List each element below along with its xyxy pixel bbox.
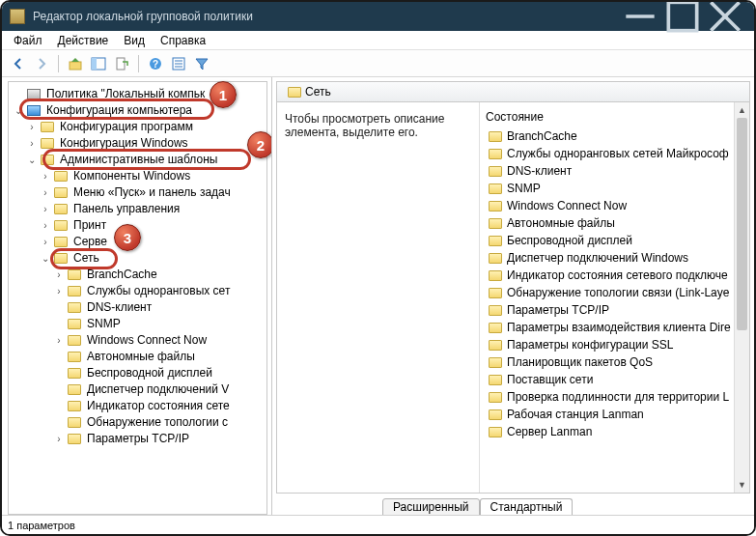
folder-item[interactable]: Параметры взаимодействия клиента Dire [486, 319, 749, 336]
tree-net-3[interactable]: SNMP [13, 316, 266, 332]
folder-icon [67, 367, 82, 381]
folder-icon [488, 164, 503, 178]
expand-icon[interactable]: › [53, 332, 65, 349]
vertical-scrollbar[interactable]: ▲ ▼ [734, 102, 749, 493]
tree-net-8[interactable]: Индикатор состояния сете [13, 398, 266, 414]
folder-label: Обнаружение топологии связи (Link-Laye [507, 284, 729, 301]
properties-button[interactable] [168, 53, 189, 74]
expand-icon[interactable]: ⌄ [13, 102, 24, 119]
folder-icon [488, 355, 503, 369]
folder-list-pane: Состояние BranchCacheСлужбы одноранговых… [480, 102, 749, 493]
tree-admin-1[interactable]: ›Меню «Пуск» и панель задач [13, 184, 266, 201]
tree-admin-3[interactable]: ›Принт [13, 217, 266, 234]
scroll-up-icon[interactable]: ▲ [735, 102, 749, 118]
tree-net-1[interactable]: ›Службы одноранговых сет [13, 283, 266, 299]
folder-icon [53, 219, 69, 233]
folder-item[interactable]: Windows Connect Now [486, 197, 749, 214]
tree-item-1[interactable]: ›Конфигурация Windows [13, 135, 266, 152]
expand-icon[interactable]: › [40, 184, 51, 201]
back-button[interactable] [8, 53, 29, 74]
up-button[interactable] [65, 53, 86, 74]
folder-icon [488, 390, 503, 404]
menu-file[interactable]: Файл [6, 32, 50, 49]
folder-label: Диспетчер подключений Windows [507, 249, 688, 267]
expand-icon[interactable]: › [40, 168, 51, 184]
folder-item[interactable]: Индикатор состояния сетевого подключе [486, 267, 749, 284]
tree-admin-2[interactable]: ›Панель управления [13, 201, 266, 217]
tree-net-4[interactable]: ›Windows Connect Now [13, 332, 266, 349]
expand-icon[interactable]: › [26, 119, 38, 135]
column-header[interactable]: Состояние [486, 108, 749, 127]
folder-item[interactable]: Беспроводной дисплей [486, 232, 749, 249]
folder-item[interactable]: Поставщик сети [486, 371, 749, 388]
tree-net-10[interactable]: ›Параметры TCP/IP [13, 431, 266, 447]
scroll-thumb[interactable] [737, 118, 747, 330]
expand-icon[interactable]: › [40, 201, 51, 217]
folder-item[interactable]: SNMP [486, 180, 749, 197]
show-tree-button[interactable] [88, 53, 109, 74]
svg-rect-6 [92, 58, 97, 70]
tree-admin-4[interactable]: ›Серве [13, 234, 266, 250]
tree-net-7[interactable]: Диспетчер подключений V [13, 381, 266, 398]
expand-icon[interactable]: › [40, 217, 51, 234]
tree-computer-config[interactable]: ⌄Конфигурация компьютера [13, 102, 266, 119]
menu-view[interactable]: Вид [116, 32, 153, 49]
folder-item[interactable]: DNS-клиент [486, 162, 749, 180]
folder-label: Поставщик сети [507, 371, 593, 388]
folder-icon [67, 318, 82, 331]
help-button[interactable]: ? [145, 53, 166, 74]
panel-header: Сеть [276, 81, 750, 102]
folder-item[interactable]: Службы одноранговых сетей Майкрософ [486, 145, 749, 162]
folder-label: BranchCache [507, 127, 577, 145]
tree-item-0[interactable]: ›Конфигурация программ [13, 119, 266, 135]
folder-item[interactable]: Диспетчер подключений Windows [486, 249, 749, 267]
forward-button[interactable] [31, 53, 52, 74]
scroll-down-icon[interactable]: ▼ [735, 477, 749, 493]
expand-icon[interactable]: › [53, 283, 65, 299]
tree-label: Серве [71, 234, 109, 250]
folder-item[interactable]: Проверка подлинности для территории L [486, 388, 749, 406]
tree-net-5[interactable]: Автономные файлы [13, 349, 266, 365]
folder-icon [488, 251, 503, 265]
expand-icon[interactable]: › [26, 135, 38, 152]
app-icon [10, 9, 25, 24]
folder-item[interactable]: Сервер Lanman [486, 423, 749, 440]
tab-extended[interactable]: Расширенный [382, 498, 480, 515]
menu-action[interactable]: Действие [50, 32, 117, 49]
expand-icon[interactable]: › [53, 267, 65, 283]
expand-icon[interactable]: ⌄ [40, 250, 51, 267]
folder-icon [488, 286, 503, 299]
tree-label: Диспетчер подключений V [85, 381, 231, 398]
folder-item[interactable]: Обнаружение топологии связи (Link-Laye [486, 284, 749, 301]
folder-item[interactable]: Параметры конфигурации SSL [486, 336, 749, 353]
filter-button[interactable] [191, 53, 212, 74]
expand-icon[interactable]: › [53, 431, 65, 447]
tree-net-2[interactable]: DNS-клиент [13, 299, 266, 316]
folder-icon [488, 303, 503, 317]
folder-item[interactable]: Автономные файлы [486, 214, 749, 232]
folder-label: Индикатор состояния сетевого подключе [507, 267, 728, 284]
close-button[interactable] [704, 2, 746, 31]
svg-text:?: ? [153, 59, 158, 70]
tab-standard[interactable]: Стандартный [480, 498, 574, 515]
tree-item-2[interactable]: ⌄Административные шаблоны [13, 152, 266, 168]
menu-help[interactable]: Справка [153, 32, 213, 49]
folder-item[interactable]: Параметры TCP/IP [486, 301, 749, 319]
tree-net-6[interactable]: Беспроводной дисплей [13, 365, 266, 381]
tree-admin-0[interactable]: ›Компоненты Windows [13, 168, 266, 184]
folder-label: Параметры TCP/IP [507, 301, 609, 319]
folder-item[interactable]: Планировщик пакетов QoS [486, 353, 749, 371]
minimize-button[interactable] [619, 2, 661, 31]
tree-admin-5[interactable]: ⌄Сеть [13, 250, 266, 267]
tree-label: Компоненты Windows [71, 168, 192, 184]
tree-net-9[interactable]: Обнаружение топологии с [13, 414, 266, 431]
folder-item[interactable]: Рабочая станция Lanman [486, 406, 749, 423]
folder-item[interactable]: BranchCache [486, 127, 749, 145]
tree-net-0[interactable]: ›BranchCache [13, 267, 266, 283]
folder-icon [53, 252, 69, 266]
tree-root[interactable]: Политика "Локальный компьк [13, 86, 266, 102]
expand-icon[interactable]: ⌄ [26, 152, 38, 168]
export-button[interactable] [111, 53, 132, 74]
expand-icon[interactable]: › [40, 234, 51, 250]
maximize-button[interactable] [661, 2, 704, 31]
